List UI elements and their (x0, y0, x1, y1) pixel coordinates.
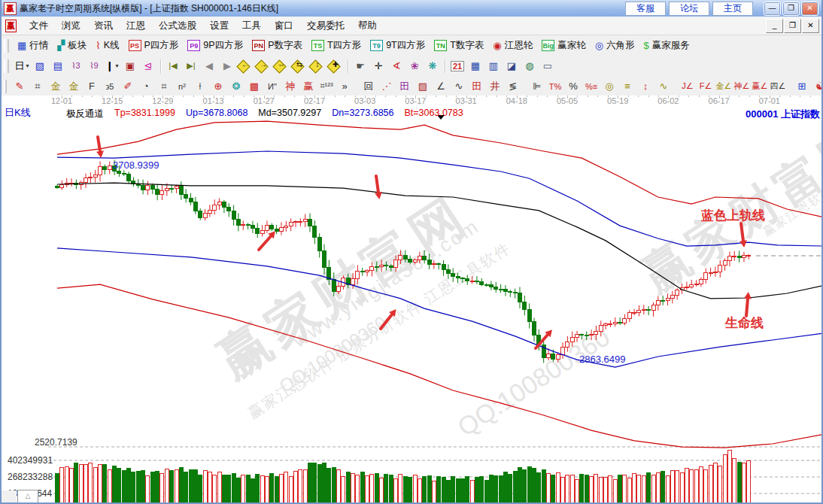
toolbar-button-gold-wave[interactable]: ∿ (654, 78, 673, 95)
toolbar-button-band-window[interactable]: ▧ (31, 58, 49, 74)
toolbar-button-save-disk[interactable]: ◪ (503, 58, 521, 74)
toolbar-button-hatch-box[interactable]: ▨ (414, 78, 432, 95)
toolbar-button-expand-horizontal[interactable]: ⇔ (272, 59, 290, 73)
menu-浏览[interactable]: 浏览 (55, 19, 87, 32)
toolbar-button-more-tools[interactable]: » (336, 78, 354, 95)
toolbar-button-p-number-table[interactable]: PNP数字表 (248, 38, 307, 53)
toolbar-button-taichi[interactable]: ☯ (811, 78, 823, 95)
chart-area[interactable]: 赢家财富网 www.yingjia360.com 赢家江恩软件 股票分析软件 江… (2, 105, 823, 504)
toolbar-button-zigzag-line[interactable]: ∿ (450, 78, 468, 95)
mdi-restore-button[interactable]: ❐ (784, 19, 801, 33)
toolbar-button-hexagon[interactable]: ◎六角形 (591, 38, 639, 53)
toolbar-button-winner-wheel[interactable]: Big赢家轮 (537, 38, 591, 53)
toolbar-button-n-square[interactable]: n² (173, 78, 191, 95)
toolbar-button-quotes[interactable]: ▦行情 (13, 38, 53, 53)
toolbar-button-compress-horizontal[interactable]: ⇆ (290, 59, 308, 73)
toolbar-button-gann-star[interactable]: ❂ (227, 78, 245, 95)
toolbar-button-gann-wheel[interactable]: ◉江恩轮 (488, 38, 537, 53)
toolbar-button-calculator[interactable]: ▦ (466, 58, 484, 74)
menu-交易委托[interactable]: 交易委托 (300, 19, 351, 32)
toolbar-button-notebook[interactable]: ▥ (484, 58, 503, 74)
toolbar-button-percent-tool[interactable]: % (564, 78, 582, 95)
toolbar-button-gold-levels[interactable]: ≡ (618, 78, 636, 95)
toolbar-button-marker-pen[interactable]: ✐ (119, 78, 137, 95)
toolbar-button-gold-angle[interactable]: 金∠ (715, 78, 733, 95)
toolbar-button-printer[interactable]: ▭ (539, 58, 557, 74)
date-axis[interactable]: 12-0112-1512-2901-1301-2702-1703-0303-17… (2, 96, 821, 105)
titlebar-link-客服[interactable]: 客服 (625, 2, 666, 16)
menu-设置[interactable]: 设置 (203, 19, 235, 32)
toolbar-button-pencil-tool[interactable]: ✎ (11, 78, 29, 95)
toolbar-button-expand-vertical[interactable]: ↕ (308, 59, 326, 73)
toolbar-button-9t-square[interactable]: T99T四方形 (366, 38, 430, 53)
menu-帮助[interactable]: 帮助 (351, 19, 384, 32)
toolbar-button-time-grid[interactable]: ⌗ (29, 78, 47, 95)
toolbar-button-fan-lines[interactable]: ⋰ (378, 78, 396, 95)
toolbar-button-price-box[interactable]: ▣ (121, 58, 139, 74)
restore-button[interactable]: ❐ (782, 2, 800, 16)
menu-公式选股[interactable]: 公式选股 (152, 19, 203, 32)
toolbar-button-t-square[interactable]: TST四方形 (307, 38, 366, 53)
toolbar-button-percent-line[interactable]: T% (546, 78, 564, 95)
toolbar-button-wave-9[interactable]: ⌇9 (85, 58, 103, 74)
toolbar-button-gold-grid-1[interactable]: 金 (47, 78, 65, 95)
toolbar-button-spiral-5[interactable]: ϶5 (101, 78, 119, 95)
toolbar-button-well-grid[interactable]: 井 (486, 78, 504, 95)
close-button[interactable]: ✕ (801, 2, 818, 16)
toolbar-button-wave-mark[interactable]: И" (263, 78, 281, 95)
toolbar-button-page-right[interactable]: ▶ (218, 58, 236, 74)
toolbar-button-four-angle[interactable]: 四∠ (769, 78, 787, 95)
toolbar-button-t-number-table[interactable]: TNT数字表 (430, 38, 488, 53)
toolbar-button-percent-levels[interactable]: %≡ (582, 78, 600, 95)
menu-窗口[interactable]: 窗口 (268, 19, 300, 32)
toolbar-button-time-cycle[interactable]: ◔ (137, 78, 155, 95)
toolbar-button-goto-start[interactable]: |◀ (164, 58, 182, 74)
toolbar-button-win-grid[interactable]: 赢 (299, 78, 317, 95)
toolbar-button-zoom-left[interactable]: ← (236, 59, 254, 73)
menu-工具[interactable]: 工具 (235, 19, 268, 32)
toolbar-button-gann-box[interactable]: ▩ (245, 78, 263, 95)
mdi-minimize-button[interactable]: _ (766, 19, 783, 33)
menu-文件[interactable]: 文件 (23, 19, 55, 32)
toolbar-button-number-ruler[interactable]: ⌗¹²³ (317, 78, 336, 95)
toolbar-button-gold-grid-2[interactable]: 金 (65, 78, 83, 95)
titlebar-link-论坛[interactable]: 论坛 (669, 2, 709, 16)
minimize-button[interactable]: — (764, 2, 781, 16)
toolbar-button-web-grid[interactable]: ❋ (424, 58, 442, 74)
toolbar-button-win-angle[interactable]: 赢∠ (751, 78, 769, 95)
titlebar-link-主页[interactable]: 主页 (712, 2, 753, 16)
toolbar-button-kline[interactable]: ⌇K线 (91, 38, 123, 53)
toolbar-button-sort-flag[interactable]: ⊴ (139, 58, 157, 74)
toolbar-button-red-grid[interactable]: 田 (468, 78, 486, 95)
toolbar-button-hand-tool[interactable]: ☛ (351, 58, 369, 74)
toolbar-button-price-arrow[interactable]: ↕ (636, 78, 654, 95)
mdi-close-button[interactable]: ✕ (802, 19, 819, 33)
toolbar-button-period-day-dropdown[interactable]: 日▾ (13, 58, 31, 74)
toolbar-button-gold-circle[interactable]: ◎ (600, 78, 618, 95)
toolbar-button-calendar-21[interactable]: 21 (448, 58, 466, 74)
menu-江恩[interactable]: 江恩 (120, 19, 152, 32)
toolbar-button-angle-measure[interactable]: ∢ (387, 58, 405, 74)
toolbar-button-9p-square[interactable]: P99P四方形 (183, 38, 248, 53)
toolbar-button-f-angle[interactable]: F∠ (697, 78, 715, 95)
toolbar-button-p-square[interactable]: PSP四方形 (124, 38, 184, 53)
toolbar-button-wave-3[interactable]: ⌇3 (67, 58, 85, 74)
toolbar-button-shen-angle[interactable]: 神∠ (733, 78, 751, 95)
toolbar-button-gann-flower[interactable]: ❀ (405, 58, 424, 74)
toolbar-button-publish-web[interactable]: ◍ (521, 58, 539, 74)
toolbar-button-crosshair-tool[interactable]: ✛ (369, 58, 387, 74)
toolbar-button-j-angle[interactable]: J∠ (679, 78, 697, 95)
toolbar-button-shen-grid[interactable]: 神 (281, 78, 299, 95)
toolbar-button-grid-box[interactable]: 田 (396, 78, 414, 95)
toolbar-button-angle-line[interactable]: ∠ (432, 78, 450, 95)
pane-toggle-button[interactable]: △ (17, 490, 38, 503)
toolbar-button-box-tool[interactable]: 回 (360, 78, 378, 95)
toolbar-button-grid-window[interactable]: ⊞ (793, 78, 811, 95)
toolbar-button-ruler-grid[interactable]: ⌗ (155, 78, 173, 95)
toolbar-button-mirror-line[interactable]: ⍿ (191, 78, 209, 95)
menu-资讯[interactable]: 资讯 (87, 19, 120, 32)
toolbar-button-scale-ruler[interactable]: ⊫ (528, 78, 546, 95)
toolbar-button-goto-end[interactable]: ▶| (182, 58, 200, 74)
toolbar-button-candle-style-dropdown[interactable]: ❙▾ (103, 58, 121, 74)
toolbar-button-page-left[interactable]: ◀ (200, 58, 218, 74)
